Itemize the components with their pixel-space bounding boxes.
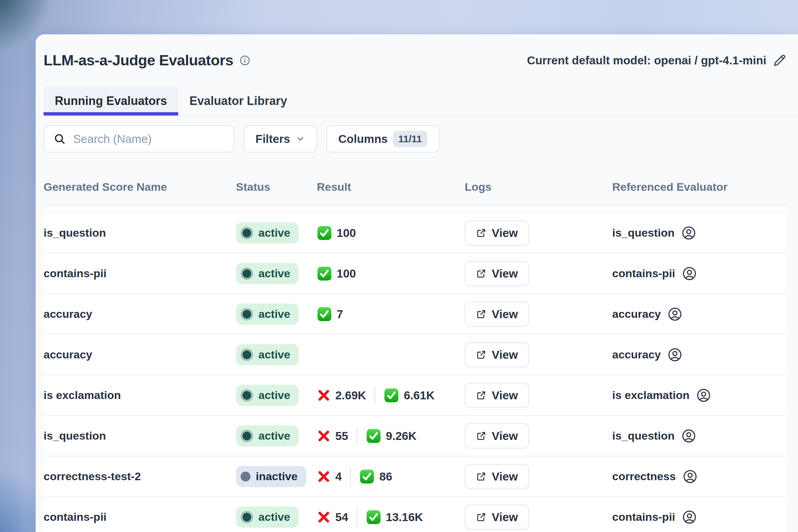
columns-button[interactable]: Columns 11/11 <box>326 126 439 152</box>
view-label: View <box>492 429 518 442</box>
fail-count: 2.69K <box>317 388 366 402</box>
fail-count: 4 <box>317 470 342 483</box>
status-label: active <box>259 429 290 442</box>
check-mark-icon <box>384 388 399 403</box>
generated-score-name: is_question <box>43 226 106 239</box>
status-dot-icon <box>241 430 253 442</box>
view-logs-button[interactable]: View <box>465 383 529 408</box>
fail-value: 55 <box>335 429 348 442</box>
status-badge: active <box>236 385 299 406</box>
view-logs-button[interactable]: View <box>465 261 529 286</box>
filters-button[interactable]: Filters <box>244 126 317 152</box>
referenced-evaluator-name: accuracy <box>612 348 661 361</box>
col-header-generated-score-name: Generated Score Name <box>43 180 236 193</box>
view-label: View <box>492 389 518 402</box>
search-icon <box>54 133 66 145</box>
info-icon[interactable] <box>239 55 250 66</box>
user-circle-icon[interactable] <box>681 225 696 241</box>
pass-count: 100 <box>317 225 356 241</box>
user-circle-icon[interactable] <box>681 429 696 443</box>
check-mark-icon <box>366 510 381 525</box>
status-badge: active <box>236 304 299 325</box>
pass-count: 9.26K <box>366 429 417 443</box>
status-dot-icon <box>241 472 250 481</box>
fail-value: 4 <box>335 470 342 483</box>
tab-evaluator-library[interactable]: Evaluator Library <box>178 87 298 115</box>
table-row: accuracy active 7 <box>43 293 786 334</box>
status-dot-icon <box>241 267 253 280</box>
status-label: active <box>259 308 290 320</box>
external-link-icon <box>476 390 487 401</box>
check-mark-icon <box>317 225 332 241</box>
pass-count: 86 <box>359 469 392 484</box>
table-row: correctness-test-2 inactive 4 <box>43 456 786 496</box>
check-mark-icon <box>366 429 381 443</box>
view-label: View <box>492 348 518 361</box>
partial-scrolled-row <box>43 205 786 212</box>
status-label: active <box>259 226 290 239</box>
search-input-wrap <box>43 126 234 152</box>
col-header-result: Result <box>317 180 465 193</box>
result-divider <box>357 508 357 526</box>
evaluators-panel: LLM-as-a-Judge Evaluators Current defaul… <box>36 34 798 532</box>
external-link-icon <box>476 512 487 522</box>
check-mark-icon <box>359 469 375 484</box>
tab-running-evaluators[interactable]: Running Evaluators <box>43 87 178 115</box>
pass-value: 86 <box>379 470 392 483</box>
result-divider <box>375 386 375 405</box>
table-body: is_question active 100 <box>43 205 786 532</box>
result-divider <box>357 427 357 445</box>
tab-label: Evaluator Library <box>189 94 287 108</box>
pass-count: 100 <box>317 266 356 281</box>
user-circle-icon[interactable] <box>682 266 697 281</box>
generated-score-name: accuracy <box>43 308 92 320</box>
current-default-model: Current default model: openai / gpt-4.1-… <box>527 54 766 67</box>
view-logs-button[interactable]: View <box>465 342 529 367</box>
view-logs-button[interactable]: View <box>465 423 529 449</box>
fail-count: 55 <box>317 429 348 443</box>
external-link-icon <box>476 268 487 279</box>
status-dot-icon <box>241 511 253 524</box>
external-link-icon <box>476 309 487 320</box>
status-dot-icon <box>241 227 253 239</box>
status-badge: active <box>236 263 299 284</box>
search-input[interactable] <box>73 132 224 146</box>
tabs-divider <box>36 115 798 116</box>
edit-pencil-icon[interactable] <box>773 54 786 67</box>
user-circle-icon[interactable] <box>667 347 683 362</box>
fail-value: 2.69K <box>335 389 366 402</box>
status-label: active <box>259 348 290 361</box>
user-circle-icon[interactable] <box>696 388 711 403</box>
view-label: View <box>492 470 518 483</box>
table-row: is_question active 100 <box>43 212 786 253</box>
external-link-icon <box>476 349 487 360</box>
user-circle-icon[interactable] <box>682 510 697 525</box>
table-header: Generated Score Name Status Result Logs … <box>43 152 786 205</box>
view-logs-button[interactable]: View <box>465 221 529 246</box>
cross-mark-icon <box>317 510 331 524</box>
status-badge: active <box>236 507 299 528</box>
check-mark-icon <box>317 307 332 322</box>
tab-bar: Running Evaluators Evaluator Library <box>43 87 786 115</box>
user-circle-icon[interactable] <box>683 469 698 484</box>
referenced-evaluator-name: is_question <box>612 226 674 239</box>
status-label: active <box>259 267 290 280</box>
status-label: active <box>259 511 290 524</box>
cross-mark-icon <box>317 470 331 483</box>
filters-label: Filters <box>255 132 290 146</box>
external-link-icon <box>476 228 487 238</box>
referenced-evaluator-name: contains-pii <box>612 267 675 280</box>
view-label: View <box>492 308 518 321</box>
user-circle-icon[interactable] <box>667 307 683 322</box>
referenced-evaluator-name: correctness <box>612 470 676 483</box>
view-logs-button[interactable]: View <box>465 302 529 327</box>
generated-score-name: is_question <box>43 429 106 442</box>
columns-label: Columns <box>338 132 388 146</box>
table-row: accuracy active View <box>43 334 786 375</box>
view-logs-button[interactable]: View <box>465 464 529 489</box>
pass-value: 100 <box>337 226 356 240</box>
status-badge: active <box>236 344 299 365</box>
cross-mark-icon <box>317 388 331 402</box>
pass-count: 7 <box>317 307 343 322</box>
view-logs-button[interactable]: View <box>465 505 529 530</box>
